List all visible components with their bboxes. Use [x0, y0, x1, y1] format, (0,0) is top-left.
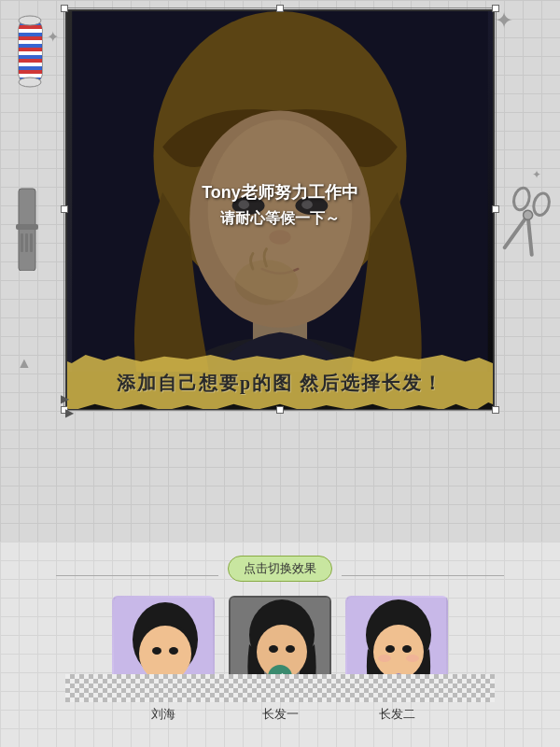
style-label-changfa1: 长发一	[262, 706, 299, 723]
divider-right	[342, 575, 504, 576]
svg-point-46	[373, 625, 424, 679]
svg-rect-10	[25, 233, 28, 252]
svg-point-49	[378, 655, 391, 662]
loading-overlay: Tony老师努力工作中 请耐心等候一下～	[202, 181, 358, 229]
svg-point-33	[152, 647, 161, 655]
sparkle-icon-2: ✦	[47, 28, 59, 46]
svg-point-48	[402, 645, 412, 653]
svg-point-41	[286, 645, 295, 653]
style-label-liuhai: 刘海	[151, 706, 175, 723]
checkerboard-strip	[65, 674, 495, 702]
loading-sub-text: 请耐心等候一下～	[202, 209, 358, 229]
svg-point-50	[406, 655, 419, 662]
svg-point-5	[19, 16, 41, 25]
scissors-icon	[493, 182, 557, 266]
style-card-liuhai[interactable]: 刘海	[112, 596, 215, 723]
svg-rect-1	[19, 19, 42, 84]
photo-area: Tony老师努力工作中 请耐心等候一下～ 添加自己想要p的图 然后选择长发！	[65, 9, 495, 411]
barber-pole-icon	[14, 14, 47, 89]
arrow-indicator-2: ▶	[65, 406, 74, 419]
sparkle-icon-3: ✦	[532, 168, 541, 181]
arrow-indicator-1: ▶	[61, 392, 69, 405]
divider-row: 点击切换效果	[56, 556, 504, 596]
style-card-changfa1[interactable]: ✓ 长发一	[229, 596, 331, 723]
svg-rect-11	[30, 233, 33, 252]
sparkle-icon-4: ▲	[17, 355, 32, 372]
svg-point-40	[269, 645, 278, 653]
divider-left	[56, 575, 218, 576]
style-card-changfa2[interactable]: 长发二	[345, 596, 448, 723]
svg-point-6	[19, 78, 41, 87]
svg-point-34	[169, 647, 178, 655]
comb-icon	[11, 187, 44, 271]
svg-point-14	[531, 191, 552, 217]
banner-area: 添加自己想要p的图 然后选择长发！	[65, 355, 495, 411]
svg-point-13	[511, 186, 532, 211]
controls-area: 点击切换效果	[0, 542, 560, 747]
banner-text: 添加自己想要p的图 然后选择长发！	[117, 371, 443, 396]
sparkle-icon-1: ✦	[495, 7, 513, 34]
svg-point-32	[139, 626, 191, 682]
page-container: ✦ ✦ ✦ ▲ ▶ ▶	[0, 0, 560, 747]
svg-rect-9	[21, 233, 23, 252]
switch-label[interactable]: 点击切换效果	[228, 556, 332, 582]
svg-point-47	[385, 645, 395, 653]
style-cards-container: 刘海	[112, 596, 448, 723]
style-label-changfa2: 长发二	[379, 706, 415, 723]
loading-main-text: Tony老师努力工作中	[202, 181, 358, 204]
svg-rect-8	[16, 224, 38, 230]
